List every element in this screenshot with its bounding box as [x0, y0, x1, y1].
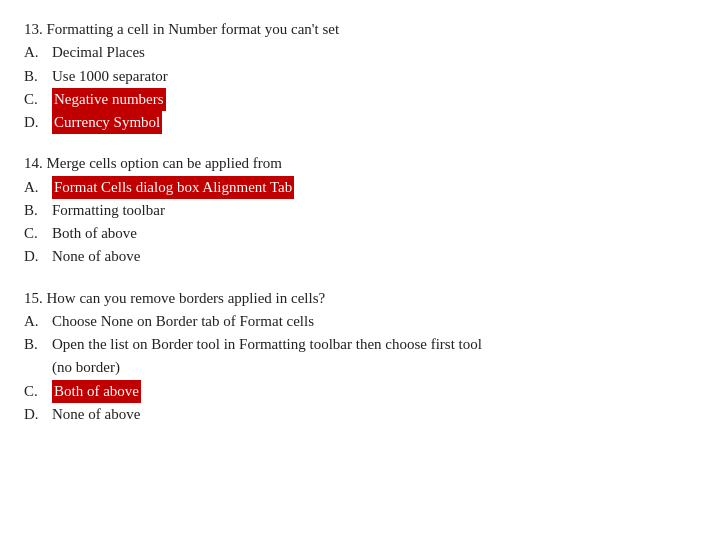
q14-text-a: Format Cells dialog box Alignment Tab — [52, 176, 294, 199]
question-15: 15. How can you remove borders applied i… — [24, 287, 696, 427]
q13-option-a: A. Decimal Places — [24, 41, 696, 64]
q13-text-b: Use 1000 separator — [52, 65, 168, 88]
q15-option-b: B. Open the list on Border tool in Forma… — [24, 333, 696, 356]
question-14-text: 14. Merge cells option can be applied fr… — [24, 152, 696, 175]
q13-text-d: Currency Symbol — [52, 111, 162, 134]
q15-option-a: A. Choose None on Border tab of Format c… — [24, 310, 696, 333]
q13-label-a: A. — [24, 41, 48, 64]
page-content: 13. Formatting a cell in Number format y… — [24, 18, 696, 426]
q13-label-b: B. — [24, 65, 48, 88]
q14-label-a: A. — [24, 176, 48, 199]
q15-text-a: Choose None on Border tab of Format cell… — [52, 310, 314, 333]
q14-label-b: B. — [24, 199, 48, 222]
q15-text-d: None of above — [52, 403, 140, 426]
q13-option-b: B. Use 1000 separator — [24, 65, 696, 88]
q15-option-c: C. Both of above — [24, 380, 696, 403]
q13-option-d: D. Currency Symbol — [24, 111, 696, 134]
q13-label-c: C. — [24, 88, 48, 111]
q14-text-c: Both of above — [52, 222, 137, 245]
q13-text-a: Decimal Places — [52, 41, 145, 64]
q15-text-b-cont: (no border) — [52, 356, 120, 379]
q15-text-b: Open the list on Border tool in Formatti… — [52, 333, 482, 356]
q14-text-b: Formatting toolbar — [52, 199, 165, 222]
q13-text-c: Negative numbers — [52, 88, 166, 111]
question-14: 14. Merge cells option can be applied fr… — [24, 152, 696, 268]
q14-option-c: C. Both of above — [24, 222, 696, 245]
q14-option-b: B. Formatting toolbar — [24, 199, 696, 222]
q14-label-d: D. — [24, 245, 48, 268]
q13-label-d: D. — [24, 111, 48, 134]
question-13: 13. Formatting a cell in Number format y… — [24, 18, 696, 134]
question-15-text: 15. How can you remove borders applied i… — [24, 287, 696, 310]
q15-option-b-cont: (no border) — [24, 356, 696, 379]
q14-text-d: None of above — [52, 245, 140, 268]
q14-option-d: D. None of above — [24, 245, 696, 268]
q15-option-d: D. None of above — [24, 403, 696, 426]
q14-option-a: A. Format Cells dialog box Alignment Tab — [24, 176, 696, 199]
q15-text-c: Both of above — [52, 380, 141, 403]
q15-label-d: D. — [24, 403, 48, 426]
q15-label-c: C. — [24, 380, 48, 403]
q14-label-c: C. — [24, 222, 48, 245]
q15-label-a: A. — [24, 310, 48, 333]
q13-option-c: C. Negative numbers — [24, 88, 696, 111]
q15-label-b: B. — [24, 333, 48, 356]
question-13-text: 13. Formatting a cell in Number format y… — [24, 18, 696, 41]
